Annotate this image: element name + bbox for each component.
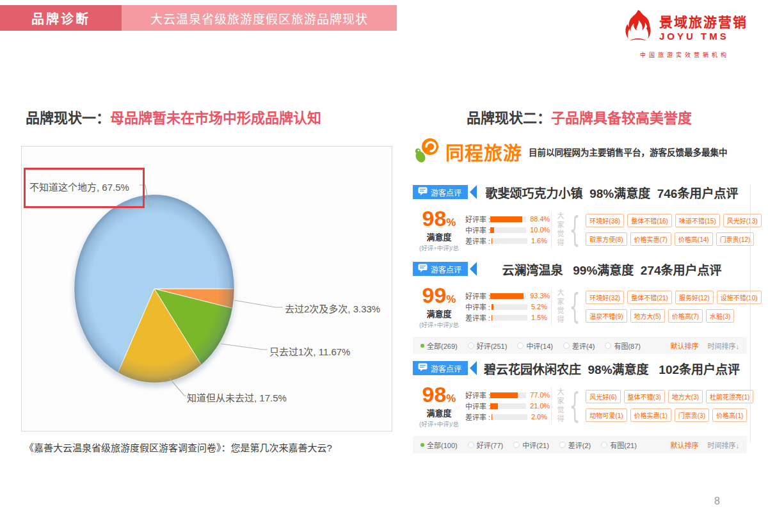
felt-label: 大家觉得 (555, 212, 565, 248)
filter-item[interactable]: 好评(77) (468, 440, 504, 450)
review-card-2: 游客点评 碧云花园休闲农庄 98%满意度 102条用户点评 98% 满意度 (好… (413, 360, 747, 453)
review-tag[interactable]: 整体不错(3) (624, 390, 665, 403)
brace-glyph: { (570, 288, 580, 325)
radio-circle-icon (605, 343, 611, 349)
satisfaction-label: 满意度 (413, 407, 465, 419)
review-tag[interactable]: 门票贵(3) (675, 408, 709, 422)
rate-label: 好评率 : (465, 291, 490, 301)
felt-label: 大家觉得 (555, 388, 565, 424)
speech-bubble-icon (418, 363, 428, 373)
review-card-0: 游客点评 歌斐颂巧克力小镇 98%满意度 746条用户点评 98% 满意度 (好… (413, 184, 747, 252)
filter-item[interactable]: 全部(269) (420, 341, 458, 351)
review-tag[interactable]: 地方大(3) (668, 390, 703, 403)
review-tag[interactable]: 取票方便(8) (586, 232, 627, 246)
tag-list: 风光好(6)整体不错(3)地方大(3)杜鹃花漂亮(1)动物可爱(1)价格实惠(1… (586, 390, 753, 422)
satisfaction-note: (好评+中评)/总 (413, 419, 465, 428)
filter-item[interactable]: 中评(21) (513, 440, 549, 450)
rate-track (490, 392, 526, 398)
selected-dot-icon (420, 344, 424, 348)
rate-fill (490, 392, 518, 398)
satisfaction-score: 99% (413, 284, 465, 306)
speech-bubble-icon (418, 187, 428, 197)
flame-icon (622, 9, 654, 47)
review-tag[interactable]: 地方大(5) (630, 309, 665, 323)
logo-name-en: JOYU TMS (659, 31, 748, 42)
brace-glyph: { (570, 387, 580, 424)
filter-item[interactable]: 中评(14) (517, 341, 553, 351)
rate-track (490, 227, 526, 233)
satisfaction-block: 99% 满意度 (好评+中评)/总 (413, 284, 465, 329)
rate-track (490, 293, 526, 299)
review-tag[interactable]: 整体不错(16) (627, 214, 672, 227)
rate-value: 1.6% (531, 237, 547, 245)
review-tag[interactable]: 服务好(12) (675, 291, 714, 304)
pie-chart-frame: 不知道这个地方, 67.5% 去过2次及多次, 3.33% 只去过1次, 11.… (21, 146, 392, 431)
sort-time-link[interactable]: 时间排序↓ (708, 440, 740, 450)
review-tag[interactable]: 味道不错(15) (675, 214, 720, 227)
header-title-text: 大云温泉省级旅游度假区旅游品牌现状 (150, 10, 368, 27)
radio-circle-icon (517, 343, 524, 349)
radio-circle-icon (468, 343, 474, 349)
sort-time-link[interactable]: 时间排序↓ (708, 341, 740, 351)
tag-row: 环境好(38)整体不错(16)味道不错(15)风光好(13) (586, 214, 761, 227)
platform-name: 同程旅游 (445, 138, 522, 165)
sort-default-link[interactable]: 默认排序 (671, 440, 699, 450)
felt-label: 大家觉得 (555, 289, 565, 325)
rate-fill (490, 403, 498, 409)
rate-fill (492, 238, 492, 244)
speech-bubble-icon (418, 264, 428, 274)
badge-label: 游客点评 (431, 187, 461, 198)
review-tag[interactable]: 风光好(13) (723, 214, 762, 227)
review-tag[interactable]: 价格实惠(1) (630, 408, 671, 422)
review-tag[interactable]: 门票贵(12) (716, 232, 755, 246)
badge-label: 游客点评 (431, 264, 461, 275)
tag-row: 环境好(32)整体不错(21)服务好(12)设施不错(10) (586, 291, 761, 304)
review-tag[interactable]: 风光好(6) (586, 390, 620, 403)
survey-caption: 《嘉善大云温泉省级旅游度假区游客调查问卷》：您是第几次来嘉善大云? (24, 440, 332, 454)
rate-row: 好评率 :93.3% (465, 292, 547, 300)
rating-bars: 好评率 :93.3%中评率 :5.2%差评率 :1.5% (465, 289, 547, 325)
rate-label: 好评率 : (465, 214, 490, 224)
left-section-heading: 品牌现状一：母品牌暂未在市场中形成品牌认知 (26, 106, 321, 127)
brace-glyph: { (570, 211, 580, 248)
card-title: 云澜湾温泉 99%满意度 274条用户点评 (477, 261, 747, 278)
satisfaction-score: 98% (413, 383, 465, 405)
card-header: 游客点评 歌斐颂巧克力小镇 98%满意度 746条用户点评 (413, 184, 747, 200)
review-tag[interactable]: 杜鹃花漂亮(1) (706, 390, 753, 403)
review-tag[interactable]: 价格实惠(7) (630, 232, 671, 246)
review-tag[interactable]: 整体不错(21) (627, 291, 672, 304)
rate-value: 2.0% (531, 413, 547, 421)
filter-item[interactable]: 全部(100) (420, 440, 458, 450)
card-header: 游客点评 云澜湾温泉 99%满意度 274条用户点评 (413, 261, 747, 277)
filter-item[interactable]: 好评(251) (468, 341, 508, 351)
review-tag[interactable]: 环境好(32) (586, 291, 624, 304)
selected-dot-icon (420, 443, 424, 447)
sort-default-link[interactable]: 默认排序 (671, 341, 699, 351)
pie-label-visited-once: 只去过1次, 11.67% (269, 344, 350, 358)
review-tag[interactable]: 环境好(38) (586, 214, 624, 227)
satisfaction-block: 98% 满意度 (好评+中评)/总 (413, 383, 465, 428)
filter-item[interactable]: 差评(4) (563, 341, 595, 351)
tag-row: 动物可爱(1)价格实惠(1)门票贵(3)价格高(1) (586, 408, 753, 422)
rate-fill (492, 315, 492, 321)
review-tag[interactable]: 价格高(7) (668, 309, 703, 323)
review-tag[interactable]: 价格高(14) (675, 232, 713, 246)
tag-row: 温泉不错(9)地方大(5)价格高(7)水脏(3) (586, 309, 761, 323)
rate-value: 88.4% (530, 215, 550, 223)
review-tag[interactable]: 温泉不错(9) (586, 309, 627, 323)
review-tag[interactable]: 动物可爱(1) (586, 408, 627, 422)
review-tag[interactable]: 设施不错(10) (717, 291, 762, 304)
rate-fill (492, 414, 492, 420)
rate-value: 1.5% (531, 314, 547, 321)
rate-row: 好评率 :88.4% (465, 215, 547, 223)
review-tag[interactable]: 价格高(1) (712, 408, 747, 422)
satisfaction-note: (好评+中评)/总 (413, 320, 465, 329)
right-heading-prefix: 品牌现状二： (467, 110, 551, 126)
filter-item[interactable]: 有图(21) (601, 440, 637, 450)
tags-section: 大家觉得 { 风光好(6)整体不错(3)地方大(3)杜鹃花漂亮(1)动物可爱(1… (551, 387, 747, 424)
filter-item[interactable]: 有图(87) (605, 341, 641, 351)
filter-item[interactable]: 差评(2) (559, 440, 591, 450)
tags-section: 大家觉得 { 环境好(38)整体不错(16)味道不错(15)风光好(13)取票方… (551, 211, 747, 248)
review-tag[interactable]: 水脏(3) (706, 309, 734, 323)
tag-row: 取票方便(8)价格实惠(7)价格高(14)门票贵(12) (586, 232, 761, 246)
